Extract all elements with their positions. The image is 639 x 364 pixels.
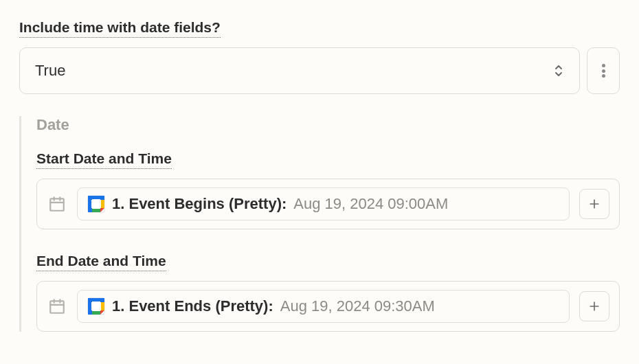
chevron-updown-icon <box>553 63 564 78</box>
svg-rect-9 <box>88 200 91 208</box>
end-date-pill[interactable]: 1. Event Ends (Pretty): Aug 19, 2024 09:… <box>77 290 570 323</box>
svg-rect-11 <box>101 200 104 208</box>
svg-rect-16 <box>50 301 64 312</box>
start-date-pill-value: Aug 19, 2024 09:00AM <box>293 195 448 213</box>
start-date-label: Start Date and Time <box>36 150 172 169</box>
plus-icon <box>587 299 601 313</box>
start-date-pill-label: 1. Event Begins (Pretty): <box>112 195 287 213</box>
calendar-icon <box>47 194 67 214</box>
include-time-label: Include time with date fields? <box>19 19 221 38</box>
svg-rect-7 <box>88 208 92 212</box>
date-section: Date Start Date and Time <box>19 116 620 332</box>
end-date-label: End Date and Time <box>36 253 166 271</box>
svg-rect-25 <box>88 302 91 310</box>
svg-rect-27 <box>101 302 104 310</box>
svg-rect-22 <box>100 298 104 302</box>
end-date-input-box[interactable]: 1. Event Ends (Pretty): Aug 19, 2024 09:… <box>36 281 620 332</box>
end-date-pill-label: 1. Event Ends (Pretty): <box>112 297 273 315</box>
start-date-field: Start Date and Time <box>36 150 620 229</box>
end-date-pill-value: Aug 19, 2024 09:30AM <box>280 297 435 315</box>
google-calendar-icon <box>87 195 105 213</box>
include-time-select[interactable]: True <box>19 47 580 94</box>
plus-icon <box>587 197 601 211</box>
svg-rect-10 <box>92 209 100 212</box>
start-date-pill[interactable]: 1. Event Begins (Pretty): Aug 19, 2024 0… <box>77 187 570 220</box>
svg-rect-26 <box>92 311 100 315</box>
end-date-field: End Date and Time <box>36 253 620 332</box>
include-time-field: Include time with date fields? True <box>19 19 620 94</box>
google-calendar-icon <box>87 297 105 315</box>
svg-rect-0 <box>50 198 64 210</box>
include-time-value: True <box>35 62 65 80</box>
svg-rect-21 <box>88 298 92 302</box>
more-options-button[interactable] <box>587 47 620 94</box>
kebab-icon <box>602 62 605 80</box>
add-start-value-button[interactable] <box>579 189 609 219</box>
svg-rect-8 <box>92 196 100 199</box>
calendar-icon <box>47 296 67 317</box>
date-section-title: Date <box>36 116 620 134</box>
add-end-value-button[interactable] <box>579 291 609 321</box>
svg-rect-23 <box>88 310 92 315</box>
svg-rect-5 <box>88 196 92 200</box>
start-date-input-box[interactable]: 1. Event Begins (Pretty): Aug 19, 2024 0… <box>36 179 620 229</box>
svg-rect-6 <box>100 196 104 200</box>
svg-rect-24 <box>92 298 100 302</box>
